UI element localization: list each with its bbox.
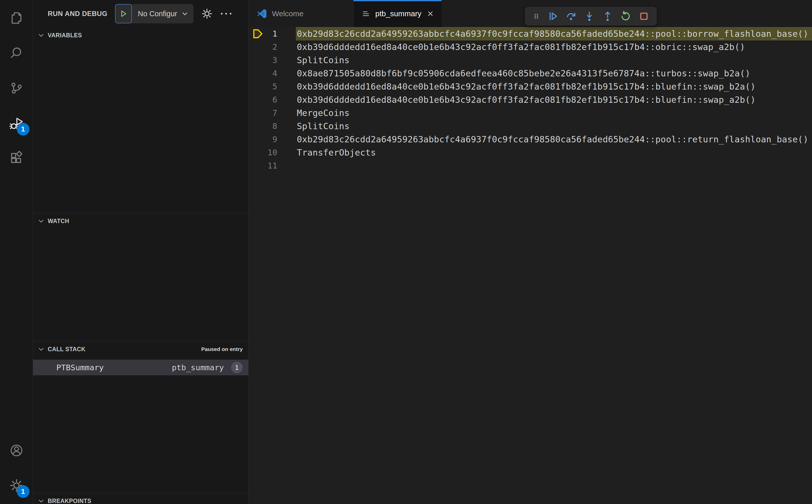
files-icon bbox=[9, 11, 24, 25]
sidebar-item-search[interactable] bbox=[0, 36, 33, 71]
debug-continue-icon bbox=[547, 10, 559, 22]
line-number: 10 bbox=[248, 146, 277, 159]
line-number: 3 bbox=[248, 54, 277, 67]
sidebar-item-extensions[interactable] bbox=[0, 141, 33, 176]
pause-status-text: Paused on entry bbox=[201, 346, 243, 352]
tab-ptb-summary[interactable]: ptb_summary bbox=[353, 0, 442, 27]
sidebar-item-explorer[interactable] bbox=[0, 1, 33, 36]
line-number: 6 bbox=[248, 93, 277, 106]
line-number: 9 bbox=[248, 133, 277, 146]
call-stack-section-label: CALL STACK bbox=[48, 346, 86, 353]
play-icon bbox=[119, 9, 128, 19]
editor-line[interactable]: 60xb39d6dddedd16ed8a40ce0b1e6b43c92acf0f… bbox=[248, 93, 812, 106]
breakpoints-section-header[interactable]: BREAKPOINTS bbox=[33, 493, 248, 504]
grip-dots-icon bbox=[532, 11, 541, 21]
call-stack-section: CALL STACK Paused on entry PTBSummary pt… bbox=[33, 341, 248, 493]
toolbar-drag-handle[interactable] bbox=[532, 11, 541, 21]
watch-section-label: WATCH bbox=[48, 218, 69, 225]
watch-section-header[interactable]: WATCH bbox=[33, 213, 248, 229]
debug-config-dropdown[interactable]: No Configur bbox=[115, 4, 193, 23]
account-button[interactable] bbox=[0, 433, 33, 468]
call-stack-section-header[interactable]: CALL STACK Paused on entry bbox=[33, 341, 248, 357]
stop-button[interactable] bbox=[638, 10, 650, 22]
ellipsis-icon: ··· bbox=[220, 9, 234, 19]
line-number: 7 bbox=[248, 106, 277, 120]
line-text: SplitCoins bbox=[296, 120, 812, 133]
vscode-window: 1 1 RUN AND DE bbox=[0, 0, 812, 504]
frame-source-file: ptb_summary bbox=[172, 363, 224, 372]
vscode-logo-icon bbox=[257, 9, 267, 19]
editor-line[interactable]: 11 bbox=[248, 159, 812, 172]
sidebar-header: RUN AND DEBUG No Configur bbox=[33, 0, 248, 27]
debug-step-over-icon bbox=[565, 10, 577, 22]
line-number: 5 bbox=[248, 80, 277, 93]
debug-step-out-icon bbox=[602, 10, 614, 22]
list-icon bbox=[361, 9, 370, 18]
variables-section-header[interactable]: VARIABLES bbox=[33, 27, 248, 43]
close-tab-button[interactable] bbox=[427, 10, 434, 18]
editor-line[interactable]: 90xb29d83c26cdd2a64959263abbcfc4a6937f0c… bbox=[248, 133, 812, 146]
editor-line[interactable]: 10xb29d83c26cdd2a64959263abbcfc4a6937f0c… bbox=[248, 27, 812, 40]
step-over-button[interactable] bbox=[565, 10, 577, 22]
extensions-icon bbox=[9, 151, 24, 165]
debug-stop-icon bbox=[638, 10, 650, 22]
gutter-gap bbox=[277, 27, 296, 40]
gutter-gap bbox=[277, 80, 296, 93]
more-actions-button[interactable]: ··· bbox=[220, 9, 234, 19]
line-number: 4 bbox=[248, 67, 277, 80]
line-text: 0xb39d6dddedd16ed8a40ce0b1e6b43c92acf0ff… bbox=[296, 40, 812, 54]
start-debug-button[interactable] bbox=[115, 4, 132, 23]
step-into-button[interactable] bbox=[584, 10, 595, 22]
line-text: 0xb39d6dddedd16ed8a40ce0b1e6b43c92acf0ff… bbox=[296, 93, 812, 106]
breakpoints-section-label: BREAKPOINTS bbox=[48, 498, 91, 504]
editor-line[interactable]: 7MergeCoins bbox=[248, 106, 812, 120]
run-and-debug-sidebar: RUN AND DEBUG No Configur bbox=[33, 0, 248, 504]
editor-line[interactable]: 50xb39d6dddedd16ed8a40ce0b1e6b43c92acf0f… bbox=[248, 80, 812, 93]
tab-ptb-summary-label: ptb_summary bbox=[375, 9, 422, 18]
line-text: SplitCoins bbox=[296, 54, 812, 67]
git-branch-icon bbox=[9, 81, 24, 95]
gutter-gap bbox=[277, 54, 296, 67]
gutter-gap bbox=[277, 106, 296, 120]
sidebar-item-run-and-debug[interactable]: 1 bbox=[0, 106, 33, 141]
variables-section: VARIABLES bbox=[33, 27, 248, 213]
code-editor[interactable]: 10xb29d83c26cdd2a64959263abbcfc4a6937f0c… bbox=[248, 27, 812, 504]
sidebar-item-source-control[interactable] bbox=[0, 71, 33, 106]
restart-button[interactable] bbox=[620, 10, 632, 22]
line-text: TransferObjects bbox=[296, 146, 812, 159]
gear-icon bbox=[201, 8, 213, 20]
settings-button[interactable]: 1 bbox=[0, 468, 33, 503]
chevron-down-icon bbox=[38, 217, 45, 225]
gutter-gap bbox=[277, 133, 296, 146]
editor-line[interactable]: 3SplitCoins bbox=[248, 54, 812, 67]
debug-restart-icon bbox=[620, 10, 632, 22]
line-text bbox=[296, 159, 812, 172]
variables-section-label: VARIABLES bbox=[48, 32, 82, 39]
continue-button[interactable] bbox=[547, 10, 559, 22]
account-icon bbox=[9, 443, 24, 458]
watch-section: WATCH bbox=[33, 213, 248, 341]
step-out-button[interactable] bbox=[602, 10, 614, 22]
debug-settings-button[interactable] bbox=[201, 8, 213, 20]
debug-session-name: PTBSummary bbox=[56, 363, 104, 372]
gutter-gap bbox=[277, 93, 296, 106]
tab-welcome-label: Welcome bbox=[272, 9, 303, 18]
editor-line[interactable]: 8SplitCoins bbox=[248, 120, 812, 133]
gutter-gap bbox=[277, 120, 296, 133]
editor-line[interactable]: 20xb39d6dddedd16ed8a40ce0b1e6b43c92acf0f… bbox=[248, 40, 812, 54]
chevron-down-icon bbox=[181, 10, 188, 17]
settings-badge: 1 bbox=[17, 485, 29, 498]
line-text: 0xb39d6dddedd16ed8a40ce0b1e6b43c92acf0ff… bbox=[296, 80, 812, 93]
current-execution-pointer-icon bbox=[252, 29, 264, 39]
tab-welcome[interactable]: Welcome bbox=[248, 0, 353, 27]
line-number: 11 bbox=[248, 159, 277, 172]
editor-line[interactable]: 10TransferObjects bbox=[248, 146, 812, 159]
editor-line[interactable]: 40x8ae871505a80d8bf6bf9c05906cda6edfeea4… bbox=[248, 67, 812, 80]
chevron-down-icon bbox=[38, 497, 45, 504]
debug-badge: 1 bbox=[17, 123, 29, 136]
line-text: 0xb29d83c26cdd2a64959263abbcfc4a6937f0c9… bbox=[296, 133, 812, 146]
line-number: 8 bbox=[248, 120, 277, 133]
call-stack-frame-row[interactable]: PTBSummary ptb_summary 1 bbox=[33, 360, 248, 375]
line-text: 0xb29d83c26cdd2a64959263abbcfc4a6937f0c9… bbox=[296, 27, 812, 40]
sidebar-title: RUN AND DEBUG bbox=[48, 10, 107, 18]
